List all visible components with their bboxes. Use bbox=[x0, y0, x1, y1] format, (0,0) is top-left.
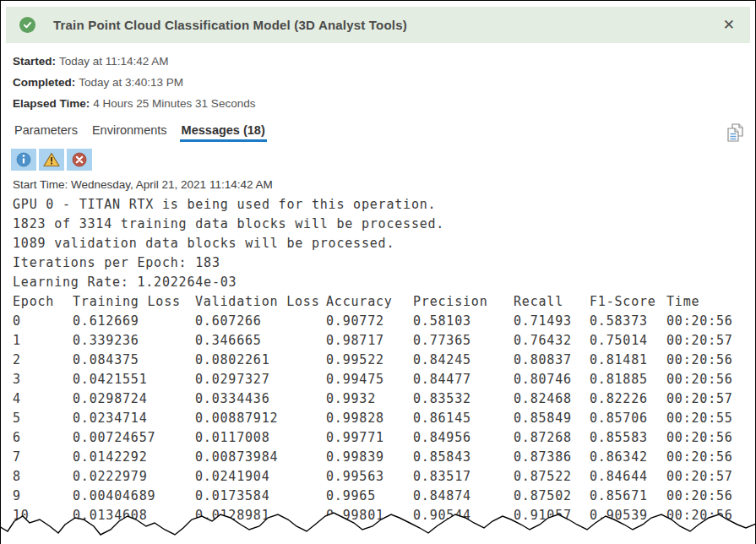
cell: 0.83517 bbox=[413, 467, 514, 487]
cell bbox=[413, 525, 514, 544]
cell: 00:20:56 bbox=[666, 370, 755, 389]
cell: 00:20:56 bbox=[666, 506, 755, 525]
warning-icon bbox=[43, 152, 60, 167]
cell: 0.85583 bbox=[590, 428, 666, 448]
cell: 0.84245 bbox=[413, 351, 514, 370]
cell: 0.85671 bbox=[590, 487, 666, 506]
tab-parameters[interactable]: Parameters bbox=[13, 122, 79, 142]
cell: 0.98717 bbox=[326, 331, 413, 351]
started-line: Started:Today at 11:14:42 AM bbox=[13, 54, 743, 69]
cell: 0.87502 bbox=[514, 487, 590, 506]
training-metrics-table: EpochTraining LossValidation LossAccurac… bbox=[13, 292, 755, 544]
table-row: 50.02347140.008879120.998280.861450.8584… bbox=[13, 409, 755, 428]
tab-bar: Parameters Environments Messages (18) bbox=[13, 122, 278, 142]
completed-line: Completed:Today at 3:40:13 PM bbox=[13, 75, 743, 90]
close-icon[interactable]: ✕ bbox=[720, 16, 738, 34]
table-row: 20.0843750.08022610.995220.842450.808370… bbox=[13, 351, 755, 370]
cell: 4 bbox=[13, 389, 73, 409]
cell: 0.0241904 bbox=[195, 467, 326, 487]
tab-environments[interactable]: Environments bbox=[90, 122, 169, 142]
cell: 7 bbox=[13, 448, 73, 467]
filter-warning-button[interactable] bbox=[39, 149, 64, 171]
cell: 0.99522 bbox=[326, 351, 413, 370]
cell: 0.90539 bbox=[590, 506, 666, 525]
column-header: Recall bbox=[514, 292, 590, 312]
cell: 0.9932 bbox=[326, 389, 413, 409]
cell: 0.00724657 bbox=[73, 428, 195, 448]
console-line: 1089 validation data blocks will be proc… bbox=[13, 234, 755, 253]
cell: 0.77365 bbox=[413, 331, 514, 351]
console-line: GPU 0 - TITAN RTX is being used for this… bbox=[13, 195, 755, 215]
cell bbox=[514, 525, 590, 544]
cell: 6 bbox=[13, 428, 73, 448]
cell: 3 bbox=[13, 370, 73, 389]
cell bbox=[666, 525, 755, 544]
cell: 0.82468 bbox=[514, 389, 590, 409]
cell: 0.87268 bbox=[514, 428, 590, 448]
cell: 0.86342 bbox=[590, 448, 666, 467]
table-row: 30.04215510.02973270.994750.844770.80746… bbox=[13, 370, 755, 389]
cell: 00:20:57 bbox=[666, 331, 755, 351]
cell: 0.99771 bbox=[326, 428, 413, 448]
cell: 0.87522 bbox=[514, 467, 590, 487]
cell: 0 bbox=[13, 312, 73, 331]
cell: 1 bbox=[13, 331, 73, 351]
cell: 0.9965 bbox=[326, 487, 413, 506]
copy-messages-button[interactable] bbox=[724, 122, 746, 144]
cell: 0.75014 bbox=[590, 331, 666, 351]
cell: 0.71493 bbox=[514, 312, 590, 331]
cell: 10 bbox=[13, 506, 73, 525]
table-row: 60.007246570.01170080.997710.849560.8726… bbox=[13, 428, 755, 448]
elapsed-value: 4 Hours 25 Minutes 31 Seconds bbox=[93, 97, 255, 110]
success-check-icon bbox=[19, 17, 35, 33]
table-header-row: EpochTraining LossValidation LossAccurac… bbox=[13, 292, 755, 312]
completed-label: Completed: bbox=[13, 76, 75, 89]
cell: 0.0173584 bbox=[195, 487, 326, 506]
started-value: Today at 11:14:42 AM bbox=[59, 55, 169, 68]
table-row: 100.01346080.01289810.998010.905440.9105… bbox=[13, 506, 755, 525]
console-line: 1823 of 3314 training data blocks will b… bbox=[13, 215, 755, 234]
cell: 0.339236 bbox=[73, 331, 195, 351]
messages-panel[interactable]: Start Time: Wednesday, April 21, 2021 11… bbox=[13, 176, 755, 544]
cell: 0.0134608 bbox=[73, 506, 195, 525]
cell: 0.81885 bbox=[590, 370, 666, 389]
filter-info-button[interactable] bbox=[11, 149, 36, 171]
column-header: Training Loss bbox=[73, 292, 195, 312]
cell: 0.80837 bbox=[514, 351, 590, 370]
cell: 0.82226 bbox=[590, 389, 666, 409]
table-row: 90.004046890.01735840.99650.848740.87502… bbox=[13, 487, 755, 506]
cell: 0.0128981 bbox=[195, 506, 326, 525]
cell: 0.00887912 bbox=[195, 409, 326, 428]
cell: 0.00404689 bbox=[73, 487, 195, 506]
elapsed-label: Elapsed Time: bbox=[13, 97, 90, 110]
cell: 0.85843 bbox=[413, 448, 514, 467]
cell: 0.76432 bbox=[514, 331, 590, 351]
cell: 00:20:55 bbox=[666, 409, 755, 428]
table-row: 40.02987240.03344360.99320.835320.824680… bbox=[13, 389, 755, 409]
console-lines: GPU 0 - TITAN RTX is being used for this… bbox=[13, 195, 755, 292]
window-title: Train Point Cloud Classification Model (… bbox=[53, 18, 407, 32]
cell: 0.99475 bbox=[326, 370, 413, 389]
cell: 0.607266 bbox=[195, 312, 326, 331]
cell: 2 bbox=[13, 351, 73, 370]
cell: 0.91057 bbox=[514, 506, 590, 525]
error-icon bbox=[72, 152, 87, 167]
cell: 00:20:57 bbox=[666, 467, 755, 487]
table-row: 10.3392360.3466650.987170.773650.764320.… bbox=[13, 331, 755, 351]
filter-error-button[interactable] bbox=[67, 149, 92, 171]
cell: 0.90772 bbox=[326, 312, 413, 331]
cell: 00:20:56 bbox=[666, 487, 755, 506]
table-row: 70.01422920.008739840.998390.858430.8738… bbox=[13, 448, 755, 467]
cell: 5 bbox=[13, 409, 73, 428]
cell: 0.84956 bbox=[413, 428, 514, 448]
tab-messages[interactable]: Messages (18) bbox=[180, 122, 267, 142]
column-header: F1-Score bbox=[590, 292, 666, 312]
cell: 0.0421551 bbox=[73, 370, 195, 389]
geoprocessing-result-window: Train Point Cloud Classification Model (… bbox=[0, 0, 756, 544]
cell: 0.99563 bbox=[326, 467, 413, 487]
cell: 0.00873984 bbox=[195, 448, 326, 467]
run-status-block: Started:Today at 11:14:42 AM Completed:T… bbox=[13, 54, 743, 117]
cell bbox=[195, 525, 326, 544]
cell: 0.0222979 bbox=[73, 467, 195, 487]
column-header: Accuracy bbox=[326, 292, 413, 312]
